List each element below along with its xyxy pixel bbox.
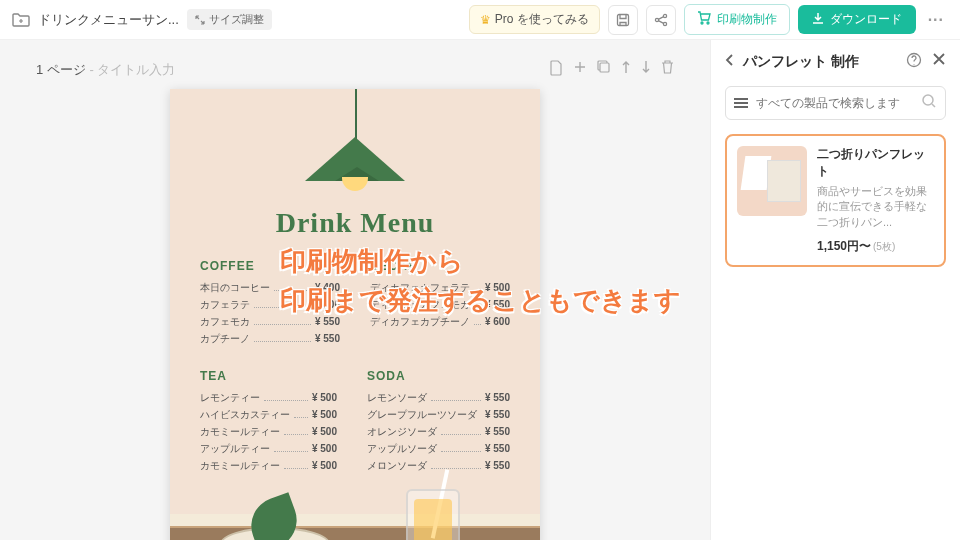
download-label: ダウンロード (830, 11, 902, 28)
delete-page-icon[interactable] (661, 60, 674, 79)
menu-item: カプチーノ¥ 550 (200, 330, 340, 347)
svg-point-1 (655, 18, 658, 21)
search-input[interactable] (756, 96, 913, 110)
filter-icon[interactable] (734, 98, 748, 108)
save-button[interactable] (608, 5, 638, 35)
sidebar-title: パンフレット 制作 (743, 53, 859, 71)
menu-item: ハイビスカスティー¥ 500 (200, 406, 337, 423)
crown-icon: ♛ (480, 13, 491, 27)
lamp-bulb (342, 177, 368, 191)
svg-point-8 (923, 95, 933, 105)
download-button[interactable]: ダウンロード (798, 5, 916, 34)
duplicate-page-icon[interactable] (597, 60, 611, 79)
product-thumbnail (737, 146, 807, 216)
size-adjust-button[interactable]: サイズ調整 (187, 9, 272, 30)
download-icon (812, 12, 824, 27)
size-adjust-label: サイズ調整 (209, 12, 264, 27)
product-title: 二つ折りパンフレット (817, 146, 934, 180)
page-label[interactable]: 1 ページ - タイトル入力 (36, 61, 175, 79)
folder-icon[interactable] (12, 12, 30, 28)
overlay-line-1: 印刷物制作から (280, 242, 681, 281)
print-production-button[interactable]: 印刷物制作 (684, 4, 790, 35)
menu-item: オレンジソーダ¥ 550 (367, 423, 510, 440)
help-icon[interactable] (906, 52, 922, 72)
svg-point-2 (663, 14, 666, 17)
product-price: 1,150円〜(5枚) (817, 238, 934, 255)
search-icon[interactable] (921, 93, 937, 113)
menu-item: グレープフルーツソーダ¥ 550 (367, 406, 510, 423)
page-toolbar: 1 ページ - タイトル入力 (30, 60, 680, 79)
move-down-icon[interactable] (641, 60, 651, 79)
menu-item: アップルソーダ¥ 550 (367, 440, 510, 457)
move-up-icon[interactable] (621, 60, 631, 79)
page-title-hint: - タイトル入力 (86, 62, 176, 77)
document-title[interactable]: ドリンクメニューサン... (38, 11, 179, 29)
overlay-line-2: 印刷まで発注することもできます (280, 281, 681, 320)
share-button[interactable] (646, 5, 676, 35)
menu-item: レモンティー¥ 500 (200, 389, 337, 406)
pro-label: Pro を使ってみる (495, 11, 589, 28)
page-notes-icon[interactable] (549, 60, 563, 79)
lamp-cord (355, 89, 357, 139)
svg-rect-0 (617, 14, 628, 25)
svg-point-4 (701, 22, 703, 24)
pro-button[interactable]: ♛ Pro を使ってみる (469, 5, 600, 34)
menu-section-tea: TEA レモンティー¥ 500ハイビスカスティー¥ 500カモミールティー¥ 5… (200, 369, 337, 474)
menu-section-soda: SODA レモンソーダ¥ 550グレープフルーツソーダ¥ 550オレンジソーダ¥… (367, 369, 510, 474)
menu-item: アップルティー¥ 500 (200, 440, 337, 457)
annotation-overlay: 印刷物制作から 印刷まで発注することもできます (280, 242, 681, 320)
cart-icon (697, 11, 711, 28)
right-sidebar: パンフレット 制作 二つ折りパンフレット 商品やサービスを効果的に宣伝できる手軽… (710, 40, 960, 540)
svg-rect-6 (600, 63, 609, 72)
menu-title: Drink Menu (170, 207, 540, 239)
product-card[interactable]: 二つ折りパンフレット 商品やサービスを効果的に宣伝できる手軽な二つ折りパン...… (725, 134, 946, 267)
more-button[interactable]: ··· (924, 11, 948, 29)
lamp-shade (305, 137, 405, 181)
menu-item: メロンソーダ¥ 550 (367, 457, 510, 474)
menu-item: カモミールティー¥ 500 (200, 457, 337, 474)
glass-illustration (406, 489, 460, 540)
top-bar: ドリンクメニューサン... サイズ調整 ♛ Pro を使ってみる 印刷物制作 ダ… (0, 0, 960, 40)
svg-point-3 (663, 22, 666, 25)
print-label: 印刷物制作 (717, 11, 777, 28)
svg-point-5 (707, 22, 709, 24)
sidebar-back-icon[interactable] (725, 53, 735, 71)
menu-item: カモミールティー¥ 500 (200, 423, 337, 440)
add-page-icon[interactable] (573, 60, 587, 79)
product-description: 商品やサービスを効果的に宣伝できる手軽な二つ折りパン... (817, 184, 934, 230)
tea-heading: TEA (200, 369, 337, 383)
page-number: 1 ページ (36, 62, 86, 77)
soda-heading: SODA (367, 369, 510, 383)
close-sidebar-icon[interactable] (932, 52, 946, 72)
sidebar-search[interactable] (725, 86, 946, 120)
menu-item: レモンソーダ¥ 550 (367, 389, 510, 406)
